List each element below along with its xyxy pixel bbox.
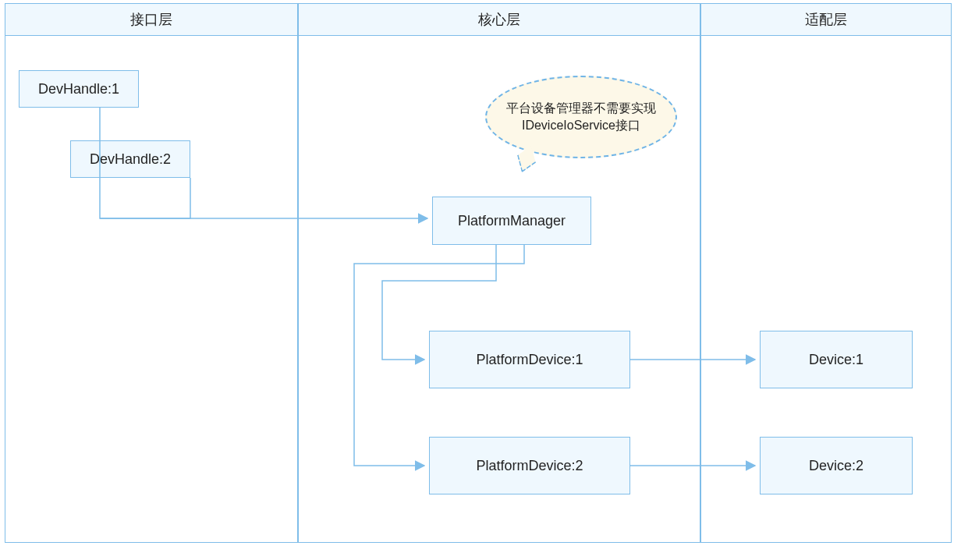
callout-bubble: 平台设备管理器不需要实现IDeviceIoService接口 <box>485 76 677 158</box>
box-device-1-label: Device:1 <box>809 352 863 368</box>
box-platform-device-1: PlatformDevice:1 <box>429 331 630 388</box>
box-device-2-label: Device:2 <box>809 458 863 474</box>
box-platform-device-2-label: PlatformDevice:2 <box>476 458 583 474</box>
box-devhandle-1-label: DevHandle:1 <box>38 81 119 97</box>
column-header-adapter-label: 适配层 <box>805 10 847 29</box>
column-body-interface <box>5 36 298 543</box>
column-header-interface-label: 接口层 <box>130 10 172 29</box>
column-header-interface: 接口层 <box>5 3 298 36</box>
box-devhandle-2-label: DevHandle:2 <box>90 151 171 168</box>
box-device-1: Device:1 <box>760 331 913 388</box>
box-platform-device-1-label: PlatformDevice:1 <box>476 352 583 368</box>
box-device-2: Device:2 <box>760 437 913 494</box>
column-header-core-label: 核心层 <box>478 10 520 29</box>
box-devhandle-1: DevHandle:1 <box>19 70 139 108</box>
box-platform-manager: PlatformManager <box>432 197 591 245</box>
column-header-adapter: 适配层 <box>700 3 952 36</box>
box-platform-manager-label: PlatformManager <box>458 213 566 229</box>
box-devhandle-2: DevHandle:2 <box>70 140 190 178</box>
box-platform-device-2: PlatformDevice:2 <box>429 437 630 494</box>
column-header-core: 核心层 <box>298 3 700 36</box>
callout-text: 平台设备管理器不需要实现IDeviceIoService接口 <box>505 100 657 135</box>
architecture-diagram: 接口层 核心层 适配层 DevHandle:1 DevHandle:2 Plat… <box>0 0 961 560</box>
